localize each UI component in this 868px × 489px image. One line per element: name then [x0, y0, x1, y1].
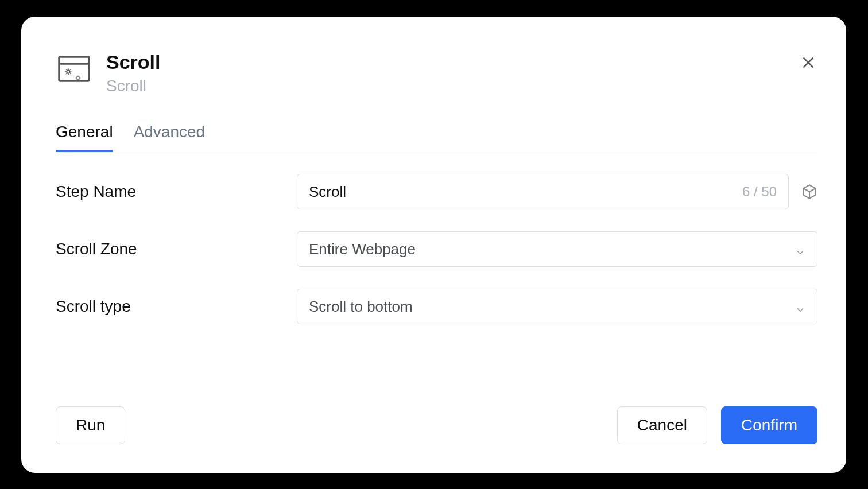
tab-advanced[interactable]: Advanced	[134, 123, 206, 152]
confirm-button[interactable]: Confirm	[721, 406, 817, 444]
chevron-down-icon	[795, 301, 805, 312]
modal-header: Scroll Scroll	[56, 51, 817, 95]
row-scroll-zone: Scroll Zone Entire Webpage	[56, 231, 817, 267]
step-name-input-wrap: Scroll 6 / 50	[297, 174, 817, 209]
svg-point-3	[77, 77, 79, 79]
close-button[interactable]	[799, 54, 817, 72]
footer-right: Cancel Confirm	[617, 406, 817, 444]
step-name-counter: 6 / 50	[742, 184, 777, 200]
scroll-config-modal: Scroll Scroll General Advanced Step Name…	[21, 17, 846, 473]
tab-general[interactable]: General	[56, 123, 113, 152]
tabs: General Advanced	[56, 123, 817, 152]
scroll-type-value: Scroll to bottom	[309, 298, 413, 316]
variable-cube-icon[interactable]	[801, 184, 817, 200]
row-scroll-type: Scroll type Scroll to bottom	[56, 289, 817, 324]
scroll-zone-select[interactable]: Entire Webpage	[297, 231, 817, 267]
label-step-name: Step Name	[56, 183, 297, 201]
cancel-button[interactable]: Cancel	[617, 406, 707, 444]
modal-subtitle: Scroll	[106, 77, 160, 95]
browser-settings-icon	[56, 51, 92, 88]
run-button[interactable]: Run	[56, 406, 125, 444]
scroll-zone-wrap: Entire Webpage	[297, 231, 817, 267]
scroll-zone-value: Entire Webpage	[309, 240, 416, 258]
label-scroll-type: Scroll type	[56, 297, 297, 316]
step-name-input[interactable]: Scroll 6 / 50	[297, 174, 789, 209]
scroll-type-wrap: Scroll to bottom	[297, 289, 817, 324]
scroll-type-select[interactable]: Scroll to bottom	[297, 289, 817, 324]
modal-footer: Run Cancel Confirm	[56, 406, 817, 444]
header-text: Scroll Scroll	[106, 51, 160, 95]
svg-rect-0	[59, 57, 89, 81]
modal-title: Scroll	[106, 51, 160, 73]
form-body: Step Name Scroll 6 / 50 Scroll Zone	[56, 174, 817, 324]
label-scroll-zone: Scroll Zone	[56, 240, 297, 258]
row-step-name: Step Name Scroll 6 / 50	[56, 174, 817, 209]
svg-point-2	[67, 70, 70, 73]
close-icon	[801, 55, 816, 72]
chevron-down-icon	[795, 244, 805, 254]
step-name-value: Scroll	[309, 183, 346, 201]
